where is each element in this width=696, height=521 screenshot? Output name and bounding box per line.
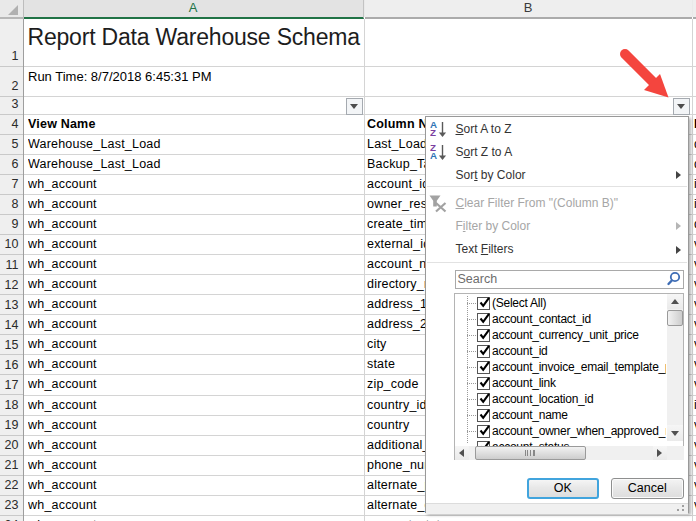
svg-text:Z: Z <box>430 127 436 138</box>
svg-text:A: A <box>430 150 437 161</box>
